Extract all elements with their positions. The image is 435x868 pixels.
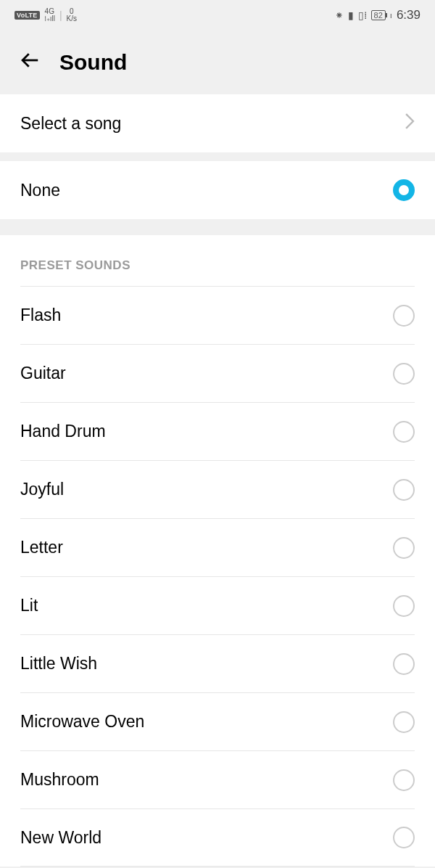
speed-indicator: 0 K/s bbox=[67, 8, 77, 22]
radio-icon bbox=[393, 653, 415, 675]
radio-icon bbox=[393, 537, 415, 559]
preset-section: PRESET SOUNDS FlashGuitarHand DrumJoyful… bbox=[0, 235, 435, 867]
page-title: Sound bbox=[59, 50, 127, 75]
radio-icon bbox=[393, 421, 415, 443]
preset-item-label: Mushroom bbox=[20, 770, 99, 790]
preset-item[interactable]: Flash bbox=[20, 286, 415, 344]
preset-item-label: Little Wish bbox=[20, 654, 97, 673]
status-right: ⁕ ▮ ▯⁞ 82 ı 6:39 bbox=[335, 8, 420, 22]
radio-icon bbox=[393, 479, 415, 501]
radio-icon bbox=[393, 595, 415, 617]
preset-item[interactable]: Hand Drum bbox=[20, 402, 415, 460]
volte-badge: VoLTE bbox=[14, 11, 40, 20]
back-arrow-icon[interactable] bbox=[19, 49, 41, 76]
select-song-label: Select a song bbox=[20, 114, 121, 134]
battery-level: 82 bbox=[371, 10, 386, 20]
preset-item[interactable]: Mushroom bbox=[20, 750, 415, 808]
app-header: Sound bbox=[0, 30, 435, 94]
status-bar: VoLTE 4G ⁞₊ıll | 0 K/s ⁕ ▮ ▯⁞ 82 ı 6:39 bbox=[0, 0, 435, 30]
clock: 6:39 bbox=[397, 8, 420, 22]
radio-icon bbox=[393, 711, 415, 733]
preset-item[interactable]: Letter bbox=[20, 518, 415, 576]
preset-item[interactable]: Guitar bbox=[20, 344, 415, 402]
preset-item-label: Lit bbox=[20, 596, 38, 615]
preset-item-label: Letter bbox=[20, 538, 63, 557]
preset-item[interactable]: Little Wish bbox=[20, 634, 415, 692]
preset-item-label: New World bbox=[20, 828, 102, 848]
radio-selected-icon bbox=[393, 179, 415, 201]
none-row[interactable]: None bbox=[0, 161, 435, 219]
preset-list: FlashGuitarHand DrumJoyfulLetterLitLittl… bbox=[0, 286, 435, 867]
preset-item[interactable]: Microwave Oven bbox=[20, 692, 415, 750]
bluetooth-icon: ⁕ bbox=[335, 9, 344, 21]
none-label: None bbox=[20, 181, 60, 200]
preset-item[interactable]: New World bbox=[20, 808, 415, 867]
preset-item-label: Hand Drum bbox=[20, 422, 106, 441]
preset-item[interactable]: Lit bbox=[20, 576, 415, 634]
preset-item[interactable]: Joyful bbox=[20, 460, 415, 518]
vibrate-icon: ▯⁞ bbox=[358, 9, 367, 21]
radio-icon bbox=[393, 363, 415, 385]
radio-icon bbox=[393, 769, 415, 791]
radio-icon bbox=[393, 305, 415, 327]
select-song-row[interactable]: Select a song bbox=[0, 94, 435, 152]
preset-item-label: Guitar bbox=[20, 364, 66, 383]
preset-item-label: Joyful bbox=[20, 480, 64, 499]
chevron-right-icon bbox=[405, 113, 415, 134]
divider-icon: | bbox=[59, 9, 62, 21]
preset-header: PRESET SOUNDS bbox=[0, 258, 435, 286]
preset-item-label: Flash bbox=[20, 306, 61, 325]
network-indicator: 4G ⁞₊ıll bbox=[44, 8, 55, 22]
preset-item-label: Microwave Oven bbox=[20, 712, 144, 732]
charge-icon: ı bbox=[390, 11, 392, 20]
battery-icon: ▮ bbox=[348, 9, 354, 21]
status-left: VoLTE 4G ⁞₊ıll | 0 K/s bbox=[14, 8, 77, 22]
radio-icon bbox=[393, 827, 415, 848]
